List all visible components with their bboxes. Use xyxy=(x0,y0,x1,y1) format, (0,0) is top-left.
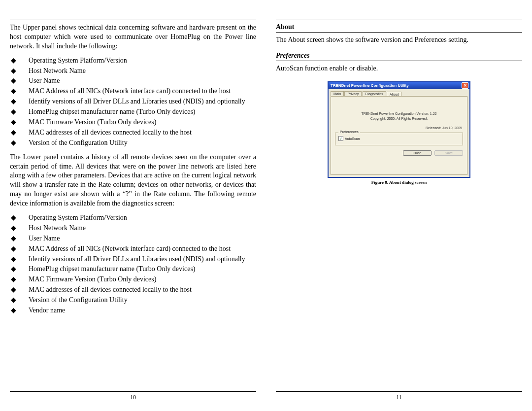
diamond-bullet: ◆ xyxy=(10,138,29,148)
tab-diagnostics[interactable]: Diagnostics xyxy=(363,91,386,96)
copyright-line: Copyright. 2005, All Rights Reserved. xyxy=(334,116,464,121)
diamond-bullet: ◆ xyxy=(10,128,29,137)
left-page: The Upper panel shows technical data con… xyxy=(10,20,256,401)
diamond-bullet: ◆ xyxy=(10,87,29,96)
tab-privacy[interactable]: Privacy xyxy=(344,91,362,96)
diamond-bullet: ◆ xyxy=(10,56,29,66)
titlebar: TRENDnet Powerline Configuration Utility… xyxy=(329,82,469,89)
tabs-row: Main Privacy Diagnostics About xyxy=(329,89,469,96)
app-window: TRENDnet Powerline Configuration Utility… xyxy=(328,81,470,178)
diamond-bullet: ◆ xyxy=(10,67,29,76)
preferences-heading: Preferences xyxy=(276,52,522,60)
page-number-right: 11 xyxy=(276,394,522,401)
tab-main[interactable]: Main xyxy=(331,91,344,96)
diamond-bullet: ◆ xyxy=(10,306,29,315)
about-heading: About xyxy=(276,23,522,31)
diamond-bullet: ◆ xyxy=(10,255,29,264)
window-title: TRENDnet Powerline Configuration Utility xyxy=(331,83,462,88)
diamond-bullet: ◆ xyxy=(10,97,29,106)
diamond-bullet: ◆ xyxy=(10,275,29,284)
product-version-line: TRENDnet Powerline Configuration Version… xyxy=(334,111,464,116)
diamond-bullet: ◆ xyxy=(10,107,29,117)
about-text: The About screen shows the software vers… xyxy=(276,35,522,45)
autoscan-checkbox[interactable]: ✓ xyxy=(338,136,343,141)
figure-caption: Figure 8. About dialog screen xyxy=(328,180,470,185)
preferences-group-label: Preferences xyxy=(338,130,360,134)
diamond-bullet: ◆ xyxy=(10,285,29,295)
lower-panel-paragraph: The Lower panel contains a history of al… xyxy=(10,153,256,208)
diamond-bullet: ◆ xyxy=(10,118,29,127)
upper-panel-list: ◆Operating System Platform/Version ◆Host… xyxy=(10,56,256,149)
tab-panel-about: TRENDnet Powerline Configuration Version… xyxy=(331,96,467,175)
save-button[interactable]: Save xyxy=(434,150,463,156)
close-button[interactable]: Close xyxy=(403,150,432,156)
autoscan-label: AutoScan xyxy=(345,137,360,140)
upper-panel-paragraph: The Upper panel shows technical data con… xyxy=(10,23,256,51)
preferences-text: AutoScan function enable or disable. xyxy=(276,64,522,73)
released-line: Released: Jun 10, 2005 xyxy=(334,126,462,130)
diamond-bullet: ◆ xyxy=(10,224,29,233)
about-underline xyxy=(276,32,522,33)
diamond-bullet: ◆ xyxy=(10,296,29,305)
lower-panel-list: ◆Operating System Platform/Version ◆Host… xyxy=(10,213,256,316)
rule-top-left xyxy=(10,20,256,20)
diamond-bullet: ◆ xyxy=(10,76,29,86)
close-icon[interactable]: ✕ xyxy=(462,82,468,89)
diamond-bullet: ◆ xyxy=(10,234,29,243)
rule-bottom-left xyxy=(10,391,256,392)
page-number-left: 10 xyxy=(10,394,256,401)
preferences-underline xyxy=(276,61,522,61)
preferences-groupbox: Preferences ✓ AutoScan xyxy=(335,133,463,145)
rule-top-right xyxy=(276,20,522,20)
diamond-bullet: ◆ xyxy=(10,213,29,223)
diamond-bullet: ◆ xyxy=(10,244,29,254)
right-page: About The About screen shows the softwar… xyxy=(276,20,522,401)
about-dialog-figure: TRENDnet Powerline Configuration Utility… xyxy=(328,81,470,185)
diamond-bullet: ◆ xyxy=(10,265,29,274)
rule-bottom-right xyxy=(276,391,522,392)
